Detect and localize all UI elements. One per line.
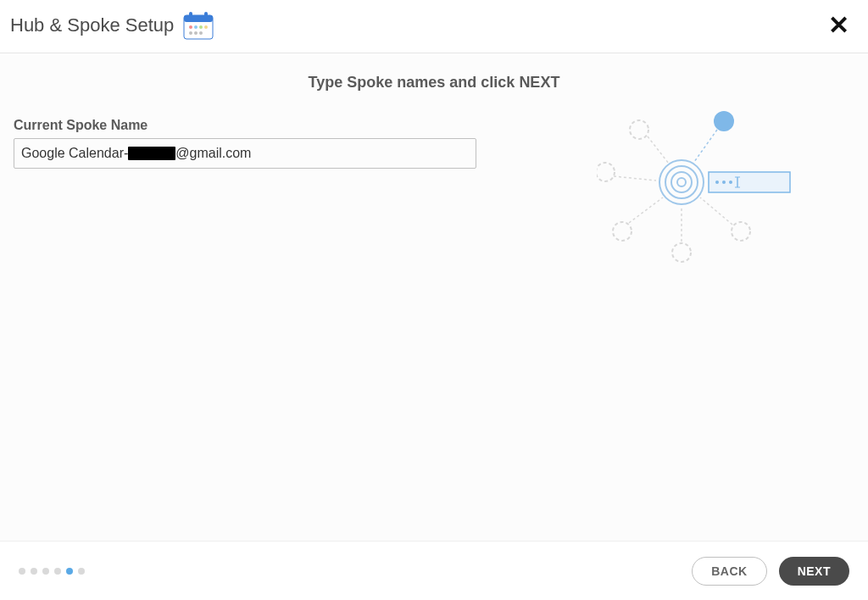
svg-point-8 [189, 31, 192, 35]
svg-point-5 [194, 25, 198, 29]
svg-rect-2 [189, 12, 192, 19]
svg-line-18 [614, 176, 656, 181]
step-dot-6 [78, 568, 85, 575]
svg-point-30 [729, 181, 732, 184]
step-dot-3 [42, 568, 49, 575]
instruction-text: Type Spoke names and click NEXT [0, 53, 868, 92]
close-icon[interactable]: ✕ [823, 13, 854, 38]
svg-point-10 [199, 31, 203, 35]
svg-point-9 [194, 31, 198, 35]
form-area: Current Spoke Name Google Calendar-@gmai… [14, 118, 476, 169]
svg-line-17 [648, 136, 669, 164]
svg-point-13 [613, 222, 632, 241]
header-left-group: Hub & Spoke Setup [10, 10, 214, 41]
svg-point-26 [677, 178, 686, 186]
redacted-text [128, 147, 175, 160]
svg-point-6 [199, 25, 203, 29]
spoke-name-input[interactable]: Google Calendar-@gmail.com [14, 138, 476, 169]
svg-rect-27 [709, 172, 790, 192]
next-button[interactable]: NEXT [779, 557, 849, 586]
svg-line-19 [629, 197, 663, 223]
hub-spoke-illustration [597, 104, 817, 274]
dialog-content: Type Spoke names and click NEXT Current … [0, 53, 868, 545]
svg-line-22 [694, 130, 717, 162]
svg-rect-3 [204, 12, 208, 19]
step-dot-4 [54, 568, 61, 575]
step-dot-5 [66, 568, 73, 575]
calendar-icon [182, 10, 214, 41]
svg-point-14 [672, 243, 691, 262]
dialog-footer: BACK NEXT [0, 541, 868, 600]
dialog-title: Hub & Spoke Setup [10, 14, 174, 36]
svg-point-7 [204, 25, 208, 29]
back-button[interactable]: BACK [692, 557, 766, 586]
svg-point-11 [630, 120, 648, 139]
step-dot-1 [19, 568, 25, 575]
svg-point-25 [671, 172, 692, 192]
svg-point-16 [714, 111, 734, 131]
svg-point-15 [732, 222, 750, 241]
spoke-name-label: Current Spoke Name [14, 118, 476, 133]
spoke-name-value-suffix: @gmail.com [175, 146, 251, 161]
svg-point-28 [715, 181, 719, 184]
footer-buttons: BACK NEXT [692, 557, 849, 586]
svg-point-29 [722, 181, 726, 184]
svg-point-4 [189, 25, 192, 29]
svg-point-12 [597, 163, 615, 181]
svg-line-21 [700, 197, 732, 225]
svg-rect-1 [184, 15, 213, 22]
progress-dots [19, 568, 85, 575]
dialog-header: Hub & Spoke Setup ✕ [0, 0, 868, 53]
step-dot-2 [31, 568, 37, 575]
spoke-name-value-prefix: Google Calendar- [21, 146, 128, 161]
svg-point-24 [665, 166, 698, 198]
